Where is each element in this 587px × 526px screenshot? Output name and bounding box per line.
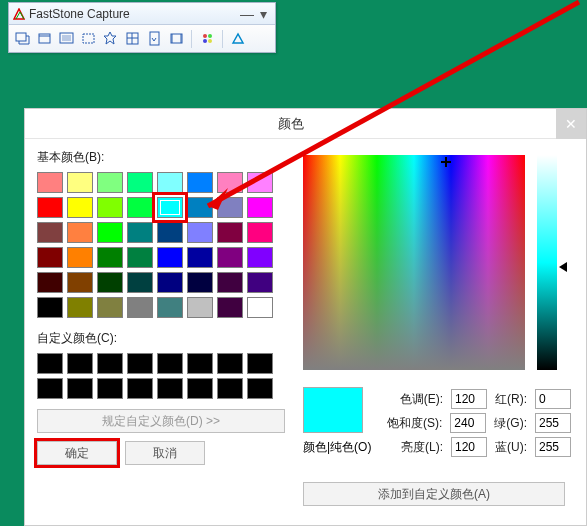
basic-color-swatch[interactable]: [37, 272, 63, 293]
custom-color-swatch[interactable]: [187, 353, 213, 374]
basic-color-swatch[interactable]: [217, 247, 243, 268]
dropdown-button[interactable]: ▾: [255, 7, 271, 21]
sat-input[interactable]: [450, 413, 486, 433]
basic-color-swatch[interactable]: [67, 197, 93, 218]
basic-color-swatch[interactable]: [187, 172, 213, 193]
basic-color-swatch[interactable]: [247, 172, 273, 193]
basic-color-swatch[interactable]: [247, 222, 273, 243]
custom-color-swatch[interactable]: [37, 353, 63, 374]
basic-color-swatch[interactable]: [97, 197, 123, 218]
custom-color-swatch[interactable]: [97, 353, 123, 374]
svg-rect-9: [150, 32, 159, 45]
basic-colors-label: 基本颜色(B):: [37, 149, 285, 166]
basic-color-swatch[interactable]: [187, 297, 213, 318]
custom-color-swatch[interactable]: [67, 353, 93, 374]
basic-color-swatch[interactable]: [37, 197, 63, 218]
basic-color-swatch[interactable]: [217, 197, 243, 218]
custom-color-swatch[interactable]: [37, 378, 63, 399]
basic-color-swatch[interactable]: [97, 272, 123, 293]
color-spectrum[interactable]: [303, 155, 525, 370]
red-input[interactable]: [535, 389, 571, 409]
basic-color-swatch[interactable]: [157, 247, 183, 268]
svg-point-15: [203, 39, 207, 43]
toolbar-separator: [191, 30, 192, 48]
custom-color-swatch[interactable]: [157, 378, 183, 399]
capture-rect-icon[interactable]: [79, 30, 97, 48]
basic-color-swatch[interactable]: [67, 172, 93, 193]
basic-color-swatch[interactable]: [67, 272, 93, 293]
capture-freehand-icon[interactable]: [101, 30, 119, 48]
capture-active-window-icon[interactable]: [13, 30, 31, 48]
basic-color-swatch[interactable]: [157, 222, 183, 243]
basic-color-swatch[interactable]: [217, 297, 243, 318]
custom-color-swatch[interactable]: [217, 353, 243, 374]
define-custom-button[interactable]: 规定自定义颜色(D) >>: [37, 409, 285, 433]
basic-color-swatch[interactable]: [217, 272, 243, 293]
basic-color-swatch[interactable]: [127, 297, 153, 318]
basic-color-swatch[interactable]: [127, 272, 153, 293]
blue-input[interactable]: [535, 437, 571, 457]
basic-color-swatch[interactable]: [37, 297, 63, 318]
faststone-titlebar[interactable]: FastStone Capture — ▾: [9, 3, 275, 25]
basic-color-swatch[interactable]: [127, 247, 153, 268]
basic-color-swatch[interactable]: [247, 197, 273, 218]
green-input[interactable]: [535, 413, 571, 433]
basic-color-swatch[interactable]: [157, 172, 183, 193]
capture-fixed-icon[interactable]: [123, 30, 141, 48]
custom-colors-label: 自定义颜色(C):: [37, 330, 285, 347]
basic-color-swatch[interactable]: [127, 197, 153, 218]
basic-color-swatch[interactable]: [97, 247, 123, 268]
basic-color-swatch[interactable]: [187, 222, 213, 243]
basic-color-swatch[interactable]: [37, 172, 63, 193]
settings-icon[interactable]: [198, 30, 216, 48]
basic-color-swatch[interactable]: [187, 272, 213, 293]
close-button[interactable]: ✕: [556, 109, 586, 139]
basic-color-swatch[interactable]: [67, 222, 93, 243]
basic-color-swatch[interactable]: [157, 272, 183, 293]
basic-color-swatch[interactable]: [217, 222, 243, 243]
basic-color-swatch[interactable]: [187, 197, 213, 218]
custom-color-swatch[interactable]: [247, 353, 273, 374]
capture-video-icon[interactable]: [167, 30, 185, 48]
capture-fullscreen-icon[interactable]: [57, 30, 75, 48]
basic-color-swatch[interactable]: [97, 222, 123, 243]
basic-color-swatch[interactable]: [217, 172, 243, 193]
svg-rect-1: [39, 34, 50, 43]
basic-color-swatch[interactable]: [247, 272, 273, 293]
basic-color-swatch[interactable]: [187, 247, 213, 268]
basic-color-swatch[interactable]: [127, 222, 153, 243]
custom-color-swatch[interactable]: [217, 378, 243, 399]
capture-window-icon[interactable]: [35, 30, 53, 48]
capture-scroll-icon[interactable]: [145, 30, 163, 48]
ok-button[interactable]: 确定: [37, 441, 117, 465]
basic-color-swatch[interactable]: [157, 297, 183, 318]
custom-color-swatch[interactable]: [127, 353, 153, 374]
custom-color-swatch[interactable]: [247, 378, 273, 399]
app-title: FastStone Capture: [29, 7, 239, 21]
hue-input[interactable]: [451, 389, 487, 409]
custom-color-swatch[interactable]: [127, 378, 153, 399]
basic-color-swatch[interactable]: [97, 172, 123, 193]
dialog-title: 颜色: [25, 115, 556, 133]
custom-color-swatch[interactable]: [67, 378, 93, 399]
basic-color-swatch[interactable]: [127, 172, 153, 193]
dialog-titlebar[interactable]: 颜色 ✕: [25, 109, 586, 139]
basic-color-swatch[interactable]: [97, 297, 123, 318]
basic-color-swatch[interactable]: [37, 222, 63, 243]
custom-color-swatch[interactable]: [157, 353, 183, 374]
basic-color-swatch[interactable]: [157, 197, 183, 218]
basic-color-swatch[interactable]: [247, 247, 273, 268]
sat-label: 饱和度(S):: [387, 415, 442, 432]
output-icon[interactable]: [229, 30, 247, 48]
basic-color-swatch[interactable]: [67, 297, 93, 318]
add-to-custom-button[interactable]: 添加到自定义颜色(A): [303, 482, 565, 506]
minimize-button[interactable]: —: [239, 7, 255, 21]
basic-color-swatch[interactable]: [67, 247, 93, 268]
custom-color-swatch[interactable]: [97, 378, 123, 399]
luminosity-slider[interactable]: [537, 155, 557, 370]
custom-color-swatch[interactable]: [187, 378, 213, 399]
basic-color-swatch[interactable]: [247, 297, 273, 318]
lum-input[interactable]: [451, 437, 487, 457]
cancel-button[interactable]: 取消: [125, 441, 205, 465]
basic-color-swatch[interactable]: [37, 247, 63, 268]
